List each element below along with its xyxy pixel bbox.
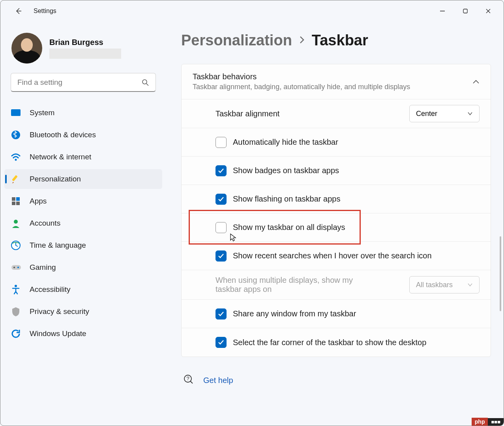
sidebar-item-gaming[interactable]: Gaming (4, 258, 162, 277)
svg-rect-13 (12, 202, 15, 205)
php-badge: php (472, 418, 488, 426)
profile-name: Brian Burgess (49, 38, 121, 47)
check-icon (218, 340, 224, 345)
back-button[interactable] (10, 2, 27, 20)
sidebar-item-label: System (30, 108, 54, 117)
sidebar-item-label: Time & language (30, 241, 86, 250)
clock-globe-icon (11, 240, 21, 250)
breadcrumb-current: Taskbar (312, 32, 368, 49)
update-icon (11, 329, 21, 339)
search-box[interactable] (11, 73, 156, 92)
svg-point-4 (142, 80, 147, 84)
check-icon (218, 311, 224, 317)
row-label: Show flashing on taskbar apps (233, 194, 340, 204)
svg-rect-1 (463, 9, 467, 13)
taskbar-behaviors-panel: Taskbar behaviors Taskbar alignment, bad… (181, 64, 491, 357)
get-help-link[interactable]: ? Get help (181, 374, 491, 386)
profile-subtext-placeholder (49, 49, 121, 59)
person-icon (11, 218, 21, 228)
recent-searches-checkbox[interactable] (215, 250, 227, 262)
far-corner-checkbox[interactable] (215, 337, 227, 348)
maximize-icon (463, 8, 468, 14)
chevron-up-icon (472, 79, 480, 84)
arrow-left-icon (15, 7, 22, 15)
sidebar-item-accessibility[interactable]: Accessibility (4, 280, 162, 299)
svg-point-9 (15, 159, 17, 161)
alignment-dropdown[interactable]: Center (409, 105, 480, 122)
chevron-right-icon (298, 35, 305, 47)
sidebar-item-network[interactable]: Network & internet (4, 147, 162, 167)
minimize-button[interactable] (431, 3, 454, 19)
avatar (11, 33, 42, 64)
svg-text:?: ? (186, 376, 189, 381)
sidebar-item-privacy[interactable]: Privacy & security (4, 302, 162, 321)
close-button[interactable] (477, 3, 500, 19)
sidebar-item-label: Network & internet (30, 153, 91, 161)
sidebar-item-time[interactable]: Time & language (4, 235, 162, 255)
sidebar-item-label: Apps (30, 197, 47, 206)
check-icon (218, 253, 224, 259)
row-label: Taskbar alignment (215, 109, 279, 118)
row-flashing: Show flashing on taskbar apps (182, 185, 491, 213)
dropdown-value: All taskbars (416, 281, 453, 289)
chevron-down-icon (467, 112, 473, 116)
sidebar-item-accounts[interactable]: Accounts (4, 213, 162, 233)
titlebar: Settings (0, 0, 504, 22)
row-recent-searches: Show recent searches when I hover over t… (182, 242, 491, 270)
panel-title: Taskbar behaviors (193, 72, 472, 81)
row-all-displays: Show my taskbar on all displays (182, 213, 491, 242)
svg-rect-6 (11, 109, 21, 116)
row-label: Select the far corner of the taskbar to … (233, 338, 426, 347)
search-input[interactable] (17, 78, 141, 87)
sidebar-item-label: Accessibility (30, 285, 70, 294)
cursor-icon (230, 233, 237, 242)
main-content: Personalization Taskbar Taskbar behavior… (166, 22, 504, 426)
sidebar-item-system[interactable]: System (4, 103, 162, 123)
sidebar-item-label: Accounts (30, 219, 60, 228)
share-window-checkbox[interactable] (215, 308, 227, 320)
row-label: Share any window from my taskbar (233, 309, 356, 318)
sidebar-item-label: Privacy & security (30, 307, 89, 316)
row-label: Automatically hide the taskbar (233, 138, 338, 147)
sidebar-item-personalization[interactable]: Personalization (4, 169, 162, 189)
sidebar: Brian Burgess System Bluetooth & devices… (0, 22, 166, 426)
nav-list: System Bluetooth & devices Network & int… (0, 103, 166, 344)
wifi-icon (11, 152, 21, 162)
svg-point-18 (13, 267, 15, 268)
dropdown-value: Center (416, 110, 437, 118)
profile-block[interactable]: Brian Burgess (0, 27, 166, 71)
all-displays-checkbox[interactable] (215, 222, 227, 233)
check-icon (218, 196, 224, 202)
row-share-window: Share any window from my taskbar (182, 300, 491, 328)
svg-rect-11 (12, 197, 15, 201)
sidebar-item-update[interactable]: Windows Update (4, 324, 162, 344)
sidebar-item-label: Personalization (30, 175, 81, 183)
svg-point-19 (17, 267, 19, 268)
scrollbar-thumb[interactable] (500, 236, 501, 311)
svg-line-5 (146, 84, 148, 86)
sidebar-item-label: Gaming (30, 263, 56, 272)
panel-subtitle: Taskbar alignment, badging, automaticall… (193, 83, 472, 91)
system-icon (11, 108, 21, 118)
row-badges: Show badges on taskbar apps (182, 157, 491, 185)
breadcrumb-parent[interactable]: Personalization (181, 32, 292, 49)
autohide-checkbox[interactable] (215, 137, 227, 148)
accessibility-icon (11, 284, 21, 295)
window-title: Settings (34, 7, 56, 15)
gamepad-icon (11, 262, 21, 273)
svg-rect-17 (11, 265, 21, 270)
maximize-button[interactable] (454, 3, 477, 19)
sidebar-item-bluetooth[interactable]: Bluetooth & devices (4, 125, 162, 145)
badges-checkbox[interactable] (215, 165, 227, 176)
sidebar-item-label: Bluetooth & devices (30, 131, 96, 139)
sidebar-item-apps[interactable]: Apps (4, 191, 162, 211)
window-controls (431, 3, 500, 19)
help-icon: ? (184, 374, 194, 386)
flashing-checkbox[interactable] (215, 194, 227, 205)
row-label: Show badges on taskbar apps (233, 166, 339, 175)
svg-point-20 (15, 285, 17, 287)
apps-icon (11, 196, 21, 206)
panel-header[interactable]: Taskbar behaviors Taskbar alignment, bad… (182, 64, 491, 99)
footer-watermark: php ■■■ (472, 418, 504, 426)
check-icon (218, 168, 224, 174)
